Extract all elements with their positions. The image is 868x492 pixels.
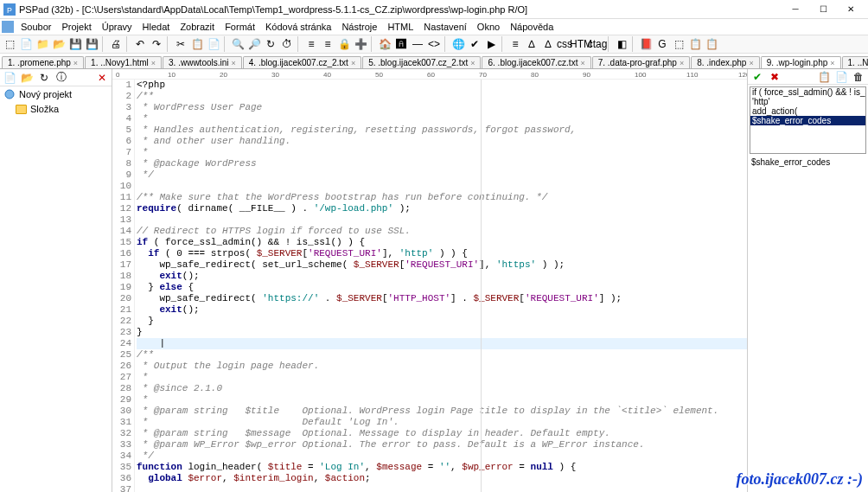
clip-item[interactable]: if ( force_ssl_admin() && ! is_ssl() ) { [750, 87, 865, 97]
toolbar-button[interactable]: 🖨 [108, 36, 124, 52]
file-tab[interactable]: 9. .wp-login.php× [761, 56, 841, 68]
toolbar-button[interactable]: ≡ [320, 36, 335, 52]
toolbar-button[interactable]: 🔎 [246, 36, 262, 52]
toolbar-button[interactable]: ◧ [614, 36, 629, 52]
code-line[interactable]: if ( 0 === strpos( $_SERVER['REQUEST_URI… [137, 248, 747, 259]
code-line[interactable]: * @param string $title Optional. WordPre… [137, 406, 747, 417]
code-line[interactable]: * [137, 394, 747, 406]
toolbar-button[interactable]: ✂ [173, 36, 188, 52]
menu-nastavení[interactable]: Nastavení [418, 22, 472, 32]
toolbar-button[interactable]: ↻ [263, 36, 278, 52]
maximize-button[interactable]: ☐ [809, 1, 837, 18]
file-tab[interactable]: 1. ..Novy1.html× [85, 56, 162, 68]
tab-close-icon[interactable]: × [232, 59, 236, 67]
menu-formát[interactable]: Formát [220, 22, 260, 32]
code-line[interactable]: } [137, 327, 747, 338]
toolbar-button[interactable]: ↷ [149, 36, 164, 52]
toolbar-button[interactable]: ⏱ [279, 36, 295, 52]
code-line[interactable]: * @param WP_Error $wp_error Optional. Th… [137, 439, 747, 450]
file-tab[interactable]: 1. ..Novy4.html× [842, 56, 868, 68]
code-line[interactable]: * [137, 113, 747, 125]
clip-item-selected[interactable]: $shake_error_codes [750, 116, 865, 125]
menu-soubor[interactable]: Soubor [16, 22, 56, 32]
code-line[interactable] [137, 214, 747, 226]
toolbar-button[interactable]: 📄 [18, 36, 34, 52]
toolbar-button[interactable]: 💾 [67, 36, 83, 52]
tab-close-icon[interactable]: × [749, 59, 753, 67]
toolbar-button[interactable]: ▶ [483, 36, 499, 52]
code-line[interactable]: // Redirect to HTTPS login if forced to … [137, 226, 747, 237]
menu-nápověda[interactable]: Nápověda [505, 22, 558, 32]
rp-copy-icon[interactable]: 📋 [816, 69, 832, 85]
tab-close-icon[interactable]: × [73, 59, 78, 67]
code-line[interactable]: * WordPress User Page [137, 102, 747, 113]
tab-close-icon[interactable]: × [351, 59, 355, 67]
toolbar-button[interactable]: 📋 [189, 36, 205, 52]
toolbar-button[interactable]: 📋 [687, 36, 703, 52]
rp-paste-icon[interactable]: 📄 [833, 69, 849, 85]
code-line[interactable]: wp_safe_redirect( set_url_scheme( $_SERV… [137, 259, 747, 271]
code-line[interactable]: if ( force_ssl_admin() && ! is_ssl() ) { [137, 237, 747, 248]
code-lines[interactable]: <?php/** * WordPress User Page * * Handl… [135, 80, 747, 492]
toolbar-button[interactable]: HTM [573, 36, 589, 52]
clip-item[interactable]: add_action( [750, 106, 865, 116]
clip-item[interactable]: 'http' [750, 97, 865, 106]
rp-clear-icon[interactable]: 🗑 [851, 69, 866, 85]
toolbar-button[interactable]: ⬚ [2, 36, 17, 52]
menu-hledat[interactable]: Hledat [137, 22, 176, 32]
file-tab[interactable]: 6. .blog.ijacek007.cz.txt× [482, 56, 590, 68]
project-root[interactable]: Nový projekt [0, 86, 112, 102]
code-line[interactable]: function login_header( $title = 'Log In'… [137, 462, 747, 473]
code-line[interactable]: * @param string $message Optional. Messa… [137, 428, 747, 439]
code-line[interactable]: * @since 2.1.0 [137, 383, 747, 394]
rp-check-icon[interactable]: ✔ [750, 69, 765, 85]
clip-list[interactable]: if ( force_ssl_admin() && ! is_ssl() ) {… [750, 86, 866, 154]
close-button[interactable]: ✕ [837, 1, 865, 18]
code-line[interactable]: */ [137, 169, 747, 181]
tab-close-icon[interactable]: × [680, 59, 684, 67]
code-line[interactable]: exit(); [137, 304, 747, 316]
minimize-button[interactable]: ─ [782, 1, 809, 18]
code-line[interactable]: * and other user handling. [137, 136, 747, 147]
toolbar-button[interactable]: ≡ [303, 36, 319, 52]
code-line[interactable] [137, 484, 747, 492]
code-line[interactable]: * Handles authentication, registering, r… [137, 125, 747, 136]
toolbar-button[interactable]: 🏠 [377, 36, 393, 52]
code-line[interactable] [137, 181, 747, 192]
toolbar-button[interactable]: 📂 [51, 36, 67, 52]
menu-kódová stránka[interactable]: Kódová stránka [260, 22, 336, 32]
toolbar-button[interactable]: 📕 [638, 36, 654, 52]
code-line[interactable]: exit(); [137, 271, 747, 282]
toolbar-button[interactable]: <> [426, 36, 442, 52]
menu-úpravy[interactable]: Úpravy [97, 22, 137, 32]
sidebar-open-icon[interactable]: 📂 [19, 70, 35, 86]
code-editor[interactable]: 1234567891011121314151617181920212223242… [112, 80, 747, 492]
menu-projekt[interactable]: Projekt [56, 22, 96, 32]
code-line[interactable]: } else { [137, 282, 747, 293]
toolbar-button[interactable]: 🅰 [393, 36, 409, 52]
code-line[interactable]: * @package WordPress [137, 158, 747, 169]
code-line[interactable]: | [137, 338, 747, 349]
toolbar-button[interactable]: 📋 [704, 36, 719, 52]
code-line[interactable]: /** Make sure that the WordPress bootstr… [137, 192, 747, 203]
toolbar-button[interactable]: 🔍 [230, 36, 246, 52]
code-line[interactable]: * Output the login page header. [137, 361, 747, 372]
file-tab[interactable]: 7. .data-pro-graf.php× [592, 56, 690, 68]
code-line[interactable]: /** [137, 91, 747, 102]
toolbar-button[interactable]: 🌐 [450, 36, 466, 52]
tab-close-icon[interactable]: × [470, 59, 475, 67]
code-line[interactable]: * [137, 372, 747, 383]
file-tab[interactable]: 3. .wwwtools.ini× [163, 56, 242, 68]
toolbar-button[interactable]: ➕ [353, 36, 368, 52]
sidebar-close-icon[interactable]: ✕ [94, 70, 110, 86]
code-line[interactable]: * [137, 147, 747, 158]
toolbar-button[interactable]: ⬚ [671, 36, 686, 52]
toolbar-button[interactable]: 🔒 [336, 36, 352, 52]
toolbar-button[interactable]: G [654, 36, 670, 52]
toolbar-button[interactable]: ↶ [132, 36, 148, 52]
toolbar-button[interactable]: — [410, 36, 425, 52]
tab-close-icon[interactable]: × [580, 59, 584, 67]
tab-close-icon[interactable]: × [151, 59, 156, 67]
rp-cancel-icon[interactable]: ✖ [767, 69, 782, 85]
menu-zobrazit[interactable]: Zobrazit [175, 22, 220, 32]
